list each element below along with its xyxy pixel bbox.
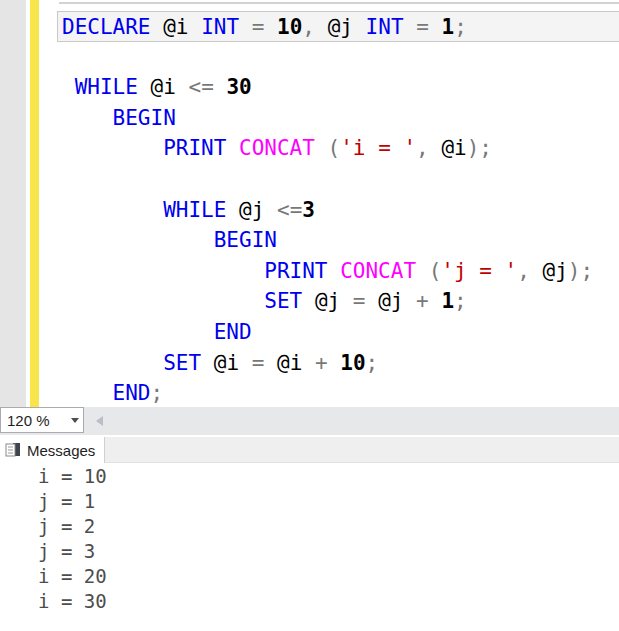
code-token bbox=[62, 320, 214, 344]
messages-icon bbox=[5, 442, 21, 458]
zoom-dropdown-button[interactable] bbox=[67, 408, 83, 432]
code-token: ) bbox=[568, 259, 581, 283]
code-token bbox=[328, 259, 341, 283]
code-token: ; bbox=[454, 289, 467, 313]
code-token bbox=[62, 381, 113, 405]
code-line-current-statement: DECLARE @i INT = 10, @j INT = 1; bbox=[57, 11, 619, 42]
code-token: CONCAT bbox=[239, 136, 315, 160]
code-token: WHILE bbox=[163, 198, 226, 222]
code-token: @j bbox=[378, 289, 403, 313]
code-token: DECLARE bbox=[62, 15, 151, 39]
chevron-down-icon bbox=[71, 418, 79, 423]
code-token: END bbox=[214, 320, 252, 344]
code-token: SET bbox=[264, 289, 302, 313]
code-token bbox=[62, 259, 264, 283]
code-token: 1 bbox=[441, 289, 454, 313]
code-token bbox=[416, 259, 429, 283]
code-token: <= bbox=[188, 75, 213, 99]
code-token bbox=[201, 351, 214, 375]
code-token: 'j = ' bbox=[441, 259, 517, 283]
message-line: j = 2 bbox=[38, 514, 619, 539]
code-token: , bbox=[517, 259, 530, 283]
code-token: 10 bbox=[340, 351, 365, 375]
scroll-left-icon[interactable] bbox=[96, 416, 103, 426]
code-token: SET bbox=[163, 351, 201, 375]
code-token: = bbox=[353, 289, 366, 313]
message-line: i = 20 bbox=[38, 564, 619, 589]
code-line: SET @j = @j + 1; bbox=[62, 286, 619, 317]
code-token bbox=[62, 75, 75, 99]
code-token bbox=[302, 289, 315, 313]
code-token: BEGIN bbox=[214, 228, 277, 252]
partial-line-divider bbox=[59, 2, 619, 4]
code-token: ; bbox=[580, 259, 593, 283]
code-line: BEGIN bbox=[62, 103, 619, 134]
horizontal-scrollbar[interactable] bbox=[84, 407, 619, 435]
code-line: BEGIN bbox=[62, 225, 619, 256]
code-token bbox=[403, 289, 416, 313]
sql-editor-pane[interactable]: DECLARE @i INT = 10, @j INT = 1; WHILE @… bbox=[0, 0, 619, 407]
editor-gutter bbox=[0, 0, 26, 407]
code-token bbox=[315, 136, 328, 160]
code-token bbox=[62, 136, 163, 160]
code-token bbox=[340, 289, 353, 313]
code-token bbox=[328, 351, 341, 375]
code-line: PRINT CONCAT ('j = ', @j); bbox=[62, 256, 619, 287]
code-token: = bbox=[252, 351, 265, 375]
code-token: ; bbox=[151, 381, 164, 405]
code-token: ( bbox=[429, 259, 442, 283]
zoom-select[interactable]: 120 % bbox=[0, 407, 84, 433]
code-token bbox=[264, 15, 277, 39]
code-token bbox=[264, 198, 277, 222]
code-token bbox=[62, 198, 163, 222]
code-token: @j bbox=[328, 15, 353, 39]
code-token: @i bbox=[214, 351, 239, 375]
code-token bbox=[62, 351, 163, 375]
code-token: ) bbox=[467, 136, 480, 160]
code-token: BEGIN bbox=[113, 106, 176, 130]
code-token: 1 bbox=[442, 15, 455, 39]
code-token: @i bbox=[151, 75, 176, 99]
code-token: ; bbox=[454, 15, 467, 39]
message-line: j = 1 bbox=[38, 489, 619, 514]
code-line: SET @i = @i + 10; bbox=[62, 348, 619, 379]
code-line: PRINT CONCAT ('i = ', @i); bbox=[62, 133, 619, 164]
code-token bbox=[366, 289, 379, 313]
code-line: END; bbox=[62, 378, 619, 409]
code-token bbox=[62, 106, 113, 130]
code-token bbox=[429, 289, 442, 313]
code-token bbox=[530, 259, 543, 283]
tab-messages[interactable]: Messages bbox=[0, 437, 105, 463]
code-token bbox=[429, 15, 442, 39]
code-token bbox=[62, 228, 214, 252]
code-token: + bbox=[315, 351, 328, 375]
code-token: @j bbox=[543, 259, 568, 283]
code-token: , bbox=[416, 136, 429, 160]
message-line: i = 30 bbox=[38, 589, 619, 614]
code-line bbox=[62, 42, 619, 73]
code-line bbox=[62, 164, 619, 195]
message-line: j = 3 bbox=[38, 539, 619, 564]
code-token: @j bbox=[239, 198, 264, 222]
code-token bbox=[138, 75, 151, 99]
code-token bbox=[239, 351, 252, 375]
code-area[interactable]: DECLARE @i INT = 10, @j INT = 1; WHILE @… bbox=[62, 11, 619, 409]
code-token bbox=[176, 75, 189, 99]
code-token: @j bbox=[315, 289, 340, 313]
code-token: 10 bbox=[277, 15, 302, 39]
code-token: 'i = ' bbox=[340, 136, 416, 160]
code-token bbox=[226, 136, 239, 160]
code-line: END bbox=[62, 317, 619, 348]
code-token bbox=[315, 15, 328, 39]
change-tracking-bar bbox=[30, 0, 39, 407]
code-token: + bbox=[416, 289, 429, 313]
code-line: WHILE @i <= 30 bbox=[62, 72, 619, 103]
code-token: INT bbox=[201, 15, 239, 39]
messages-output-pane[interactable]: i = 10j = 1j = 2j = 3i = 20i = 30 bbox=[0, 463, 619, 631]
code-token: 30 bbox=[226, 75, 251, 99]
code-token: 3 bbox=[302, 198, 315, 222]
code-token: CONCAT bbox=[340, 259, 416, 283]
code-token bbox=[151, 15, 164, 39]
code-token: ( bbox=[328, 136, 341, 160]
code-token: ; bbox=[366, 351, 379, 375]
